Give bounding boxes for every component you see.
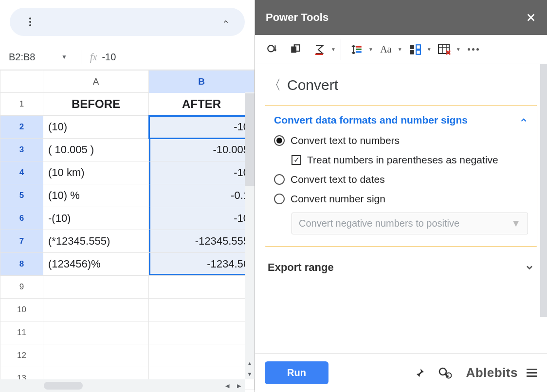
spreadsheet-grid[interactable]: A B 1 BEFORE AFTER 2 (10) -10 3 ( 10.005… [0,70,255,390]
chevron-down-icon[interactable]: ▼ [427,47,432,52]
divider [81,50,81,64]
chevron-up-icon[interactable] [519,116,528,125]
compare-sheets-icon[interactable] [285,39,307,60]
cell[interactable] [43,299,149,321]
section-header[interactable]: Convert data formats and number signs [274,114,528,126]
cell[interactable]: -1234.56 [149,253,255,276]
cell[interactable]: -10.005 [149,139,255,161]
section-title: Export range [268,261,334,274]
close-icon[interactable] [526,12,536,23]
option-text-to-dates[interactable]: Convert text to dates [274,174,528,185]
help-icon[interactable]: i [437,365,453,381]
number-sign-dropdown[interactable]: Convert negative numbers to positive ▼ [292,213,528,234]
cell[interactable]: (123456)% [43,253,149,276]
chevron-down-icon[interactable]: ▼ [331,47,336,52]
chevron-down-icon[interactable]: ▼ [456,47,461,52]
svg-rect-5 [356,48,362,50]
name-box[interactable]: B2:B8 ▼ [9,52,72,63]
option-label: Treat numbers in parentheses as negative [307,154,498,166]
export-range-section[interactable]: Export range [265,254,537,281]
row-header[interactable]: 7 [0,230,43,253]
svg-rect-8 [410,50,414,54]
row-header[interactable]: 10 [0,299,43,321]
cell[interactable] [149,276,255,299]
scroll-up-icon[interactable]: ▲ [245,358,255,369]
option-text-to-numbers[interactable]: Convert text to numbers [274,135,528,146]
panel-title: Power Tools [266,11,328,24]
more-icon[interactable] [463,39,484,60]
select-all-corner[interactable] [0,71,43,93]
row-header[interactable]: 1 [0,93,43,116]
chevron-down-icon[interactable]: ▼ [398,47,402,52]
option-label: Convert text to numbers [291,135,400,146]
cell[interactable]: -12345.555 [149,230,255,253]
checkbox-icon[interactable]: ✓ [292,155,301,165]
cell[interactable] [43,276,149,299]
back-icon[interactable]: 〈 [268,76,281,94]
run-button[interactable]: Run [265,361,328,384]
sum-icon[interactable] [309,39,330,60]
cell[interactable]: -0.1 [149,184,255,207]
svg-point-12 [439,368,446,375]
radio-icon[interactable] [274,174,285,185]
scroll-right-icon[interactable]: ▶ [233,379,245,392]
row-header[interactable]: 11 [0,321,43,344]
text-case-icon[interactable]: Aa [375,39,397,60]
active-cell[interactable]: -10 [149,116,255,139]
chevron-up-icon[interactable] [221,18,230,26]
scroll-down-icon[interactable]: ▼ [245,369,255,379]
row-header[interactable]: 9 [0,276,43,299]
scrollbar-thumb[interactable] [540,64,547,317]
cell[interactable]: (10) % [43,184,149,207]
clear-icon[interactable] [434,39,455,60]
row-header[interactable]: 4 [0,161,43,184]
option-number-sign[interactable]: Convert number sign [274,193,528,205]
breadcrumb-title: Convert [287,77,338,93]
chevron-down-icon[interactable] [525,263,534,272]
cell[interactable] [149,321,255,344]
cell[interactable]: -(10) [43,207,149,230]
cell[interactable] [43,344,149,367]
col-header-A[interactable]: A [43,71,149,93]
row-header[interactable]: 8 [0,253,43,276]
sort-icon[interactable] [346,39,367,60]
more-icon[interactable] [29,18,31,26]
cell[interactable]: -10 [149,207,255,230]
svg-rect-6 [356,51,362,53]
horizontal-scrollbar[interactable]: ◀ ▶ [0,379,245,392]
cell[interactable]: BEFORE [43,93,149,116]
row-header[interactable]: 2 [0,116,43,139]
radio-icon[interactable] [274,194,285,204]
radio-icon[interactable] [274,135,285,146]
row-header[interactable]: 12 [0,344,43,367]
cell[interactable]: (10 km) [43,161,149,184]
cell[interactable] [149,299,255,321]
scrollbar-thumb[interactable] [245,93,255,186]
svg-rect-1 [291,46,296,53]
cell[interactable] [43,321,149,344]
row-header[interactable]: 6 [0,207,43,230]
cell[interactable] [149,344,255,367]
svg-rect-7 [410,45,414,49]
scroll-left-icon[interactable]: ◀ [221,379,233,392]
option-parentheses-negative[interactable]: ✓ Treat numbers in parentheses as negati… [292,154,528,166]
toolbar-pill[interactable] [10,8,245,36]
cell[interactable]: AFTER [149,93,255,116]
row-header[interactable]: 3 [0,139,43,161]
vertical-scrollbar[interactable]: ▲ ▼ [245,92,255,379]
cell[interactable]: (10) [43,116,149,139]
menu-icon[interactable] [527,369,537,377]
split-icon[interactable] [404,39,426,60]
cell[interactable]: ( 10.005 ) [43,139,149,161]
name-box-value: B2:B8 [9,52,35,63]
scrollbar-thumb[interactable] [44,382,83,390]
chevron-down-icon[interactable]: ▼ [368,47,373,52]
cell[interactable]: (*12345.555) [43,230,149,253]
chevron-down-icon[interactable]: ▼ [61,53,67,60]
dedupe-icon[interactable] [262,39,283,60]
cell[interactable]: -10 [149,161,255,184]
pin-icon[interactable] [411,365,428,381]
formula-bar-value[interactable]: -10 [102,52,116,63]
row-header[interactable]: 5 [0,184,43,207]
col-header-B[interactable]: B [149,71,255,93]
